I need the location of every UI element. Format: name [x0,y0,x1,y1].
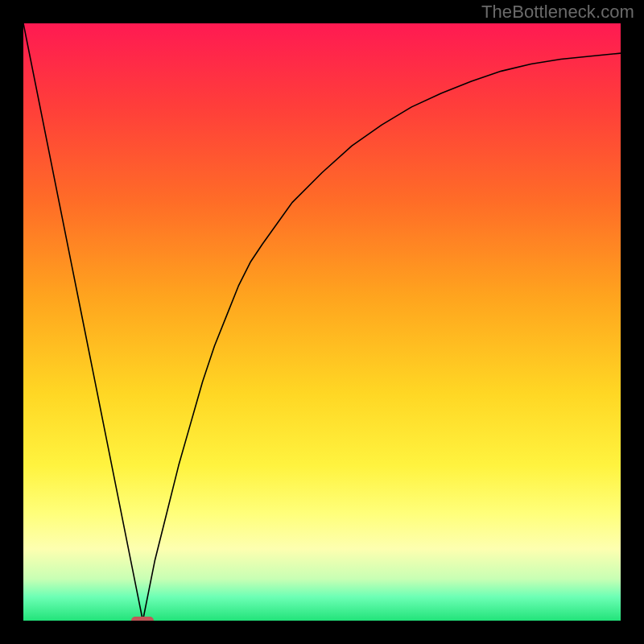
watermark-text: TheBottleneck.com [481,2,634,23]
min-marker [131,617,154,621]
plot-area [23,23,621,621]
curve-path [23,23,621,621]
curve-svg [23,23,621,621]
chart-frame: TheBottleneck.com [0,0,644,644]
